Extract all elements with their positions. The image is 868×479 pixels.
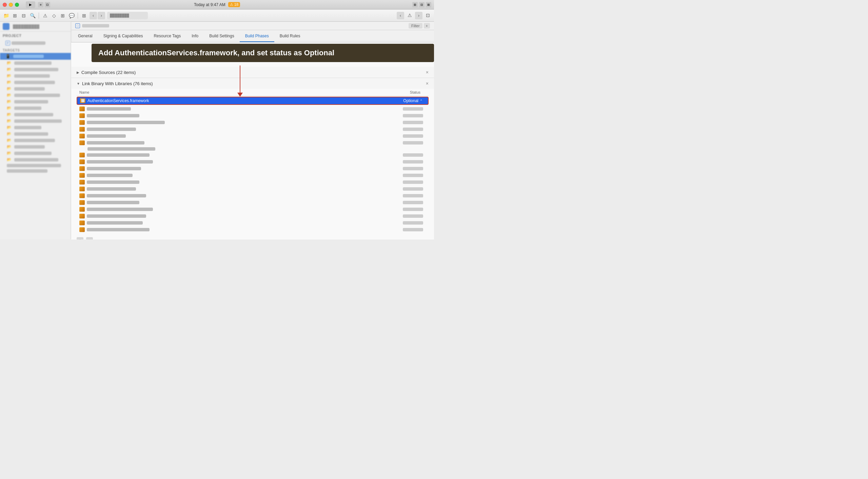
sidebar-item-target-1[interactable]: 📱 <box>0 53 71 60</box>
sidebar-item-misc-2[interactable] <box>0 168 71 174</box>
sidebar-item-target-2[interactable]: 📂 <box>0 60 71 66</box>
sidebar-item-target-10[interactable]: 📂 <box>0 111 71 118</box>
sidebar-item-target-9[interactable]: 📂 <box>0 105 71 111</box>
table-header: Name Status <box>77 89 429 96</box>
close-button[interactable] <box>3 3 7 7</box>
lib-status-16: Required ⌃ <box>382 208 426 211</box>
lib-name-7 <box>79 147 382 151</box>
compile-sources-toggle-icon: ▶ <box>77 71 79 74</box>
tab-build-phases[interactable]: Build Phases <box>240 30 274 42</box>
forward-button[interactable]: › <box>98 12 105 19</box>
library-row[interactable]: Required ⌃ <box>77 133 429 139</box>
sidebar-item-target-11[interactable]: 📂 <box>0 118 71 124</box>
play-button[interactable]: ▶ <box>23 1 35 8</box>
lib-icon-12 <box>79 180 85 185</box>
library-row[interactable]: Required ⌃ <box>77 226 429 233</box>
sidebar-item-target-6[interactable]: 📂 <box>0 85 71 92</box>
library-row[interactable]: Required ⌃ <box>77 126 429 133</box>
library-row[interactable]: Required ⌃ <box>77 139 429 146</box>
alert-icon[interactable]: ⚠ <box>406 12 413 19</box>
editor-toggle-button[interactable]: ⊟ <box>419 2 425 7</box>
tab-signing[interactable]: Signing & Capabilities <box>98 30 149 42</box>
sidebar-item-target-14[interactable]: 📂 <box>0 137 71 143</box>
sidebar-item-target-8[interactable]: 📂 <box>0 98 71 105</box>
sidebar-item-target-5[interactable]: 📂 <box>0 79 71 85</box>
link-binary-header[interactable]: ▼ Link Binary With Libraries (76 items) … <box>71 78 434 89</box>
remove-library-button[interactable]: − <box>86 237 93 240</box>
lib-icon-2 <box>79 113 85 118</box>
inspector-forward-button[interactable]: › <box>415 12 422 19</box>
target-name-14 <box>14 139 55 142</box>
col-header-name: Name <box>79 90 382 94</box>
speech-icon[interactable]: 💬 <box>68 12 75 19</box>
tab-build-rules[interactable]: Build Rules <box>274 30 306 42</box>
library-row[interactable]: Required ⌃ <box>77 219 429 226</box>
library-row[interactable]: Required ⌃ <box>77 179 429 186</box>
lib-icon-9 <box>79 159 85 164</box>
sidebar-item-project[interactable]: P <box>0 40 71 46</box>
library-row[interactable]: Required ⌃ <box>77 112 429 119</box>
tab-resource-tags[interactable]: Resource Tags <box>148 30 186 42</box>
sidebar-item-target-13[interactable]: 📂 <box>0 131 71 137</box>
inspector-back-button[interactable]: ‹ <box>397 12 404 19</box>
sidebar-item-target-4[interactable]: 📂 <box>0 73 71 79</box>
link-binary-close-button[interactable]: × <box>426 81 429 86</box>
compile-sources-header[interactable]: ▶ Compile Sources (22 items) × <box>71 67 434 78</box>
library-row[interactable]: Required ⌃ <box>77 192 429 199</box>
folder-icon-17: 📂 <box>7 157 12 162</box>
add-library-button[interactable]: + <box>77 237 83 240</box>
target-name-5 <box>14 81 55 84</box>
diamond-icon[interactable]: ◇ <box>51 12 57 19</box>
lib-icon-8 <box>79 153 85 157</box>
table-icon[interactable]: ⊞ <box>59 12 66 19</box>
arrow-head <box>237 93 243 97</box>
minimize-button[interactable] <box>9 3 13 7</box>
sidebar-item-target-3[interactable]: 📂 <box>0 66 71 73</box>
library-row[interactable]: Required ⌃ <box>77 213 429 219</box>
lib-status-18: Required ⌃ <box>382 221 426 225</box>
toolbar: 📁 ⊞ ⊟ 🔍 ⚠ ◇ ⊞ 💬 ⊞ ‹ › ████████ ‹ ⚠ › ⊡ <box>0 9 434 22</box>
back-button[interactable]: ‹ <box>90 12 97 19</box>
compile-sources-close-button[interactable]: × <box>426 70 429 75</box>
target-name-10 <box>14 113 53 116</box>
sidebar-item-target-12[interactable]: 📂 <box>0 124 71 131</box>
tab-general[interactable]: General <box>73 30 98 42</box>
scheme-selector[interactable]: ≡ <box>38 2 43 7</box>
maximize-button[interactable] <box>15 3 19 7</box>
sidebar-item-target-16[interactable]: 📂 <box>0 150 71 156</box>
library-row[interactable]: Required ⌃ <box>77 152 429 158</box>
sidebar-item-target-17[interactable]: 📂 <box>0 156 71 163</box>
target-name-17 <box>14 158 58 161</box>
panel-icon[interactable]: ⊡ <box>425 12 431 19</box>
tab-build-settings[interactable]: Build Settings <box>204 30 239 42</box>
library-row[interactable]: Required ⌃ <box>77 165 429 172</box>
library-row[interactable]: Required ⌃ <box>77 199 429 206</box>
tab-info[interactable]: Info <box>186 30 204 42</box>
library-row[interactable]: Required ⌃ <box>77 106 429 112</box>
framework-row-selected[interactable]: ⬜ AuthenticationServices.framework Optio… <box>77 97 429 105</box>
project-file-icon: P <box>5 41 10 45</box>
library-row[interactable]: Required ⌃ <box>77 206 429 213</box>
search-icon[interactable]: 🔍 <box>29 12 36 19</box>
inspector-toggle-button[interactable]: ⊠ <box>426 2 431 7</box>
library-row[interactable]: Required ⌃ <box>77 119 429 126</box>
sidebar-item-target-15[interactable]: 📂 <box>0 143 71 150</box>
sidebar-item-misc-1[interactable] <box>0 163 71 168</box>
breadcrumb-path[interactable]: ████████ <box>107 12 148 19</box>
library-row[interactable]: Required ⌃ <box>77 186 429 192</box>
grid2-icon[interactable]: ⊞ <box>81 12 87 19</box>
add-button[interactable]: + <box>424 23 430 28</box>
filter-button[interactable]: Filter <box>409 23 422 28</box>
hierarchy-icon[interactable]: ⊟ <box>20 12 27 19</box>
library-row[interactable]: Required ⌃ <box>77 172 429 179</box>
sidebar-item-target-7[interactable]: 📂 <box>0 92 71 98</box>
folder-icon[interactable]: 📁 <box>3 12 9 19</box>
sidebar-toggle-button[interactable]: ⊞ <box>412 2 418 7</box>
device-selector[interactable]: ⊡ <box>45 2 50 7</box>
warning-icon[interactable]: ⚠ <box>42 12 48 19</box>
lib-status-4: Required ⌃ <box>382 128 426 131</box>
library-row[interactable]: Required ⌃ <box>77 158 429 165</box>
grid-icon[interactable]: ⊞ <box>12 12 18 19</box>
warning-badge[interactable]: ⚠ 18 <box>228 2 240 7</box>
link-binary-title: Link Binary With Libraries (76 items) <box>82 81 153 86</box>
